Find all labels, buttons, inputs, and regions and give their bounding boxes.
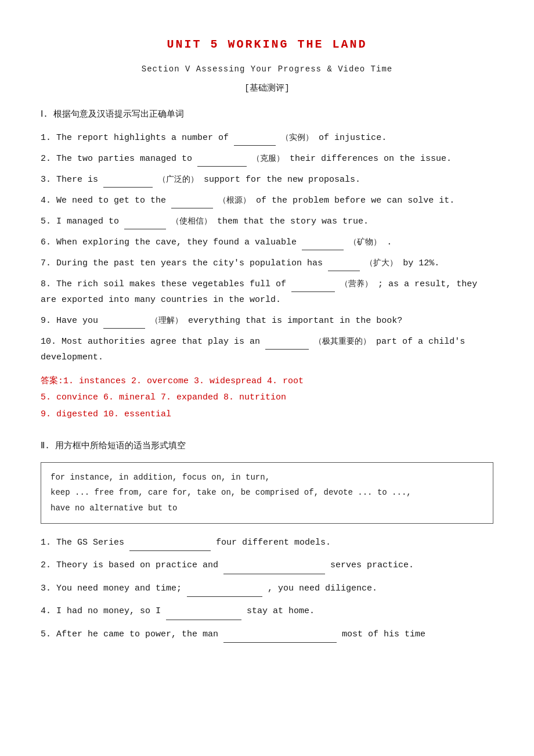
q10-hint: （极其重要的） — [314, 337, 371, 346]
phrase-box: for instance, in addition, focus on, in … — [41, 462, 493, 524]
q6-blank[interactable] — [302, 234, 344, 250]
fq2-after: serves practice. — [330, 560, 414, 570]
q8-after: ; as a result, they — [378, 279, 477, 289]
q10-text: 10. Most authorities agree that play is … — [41, 337, 265, 347]
part-i-title: Ⅰ. 根据句意及汉语提示写出正确单词 — [41, 107, 493, 123]
part-ii-questions: 1. The GS Series four different models. … — [41, 534, 493, 643]
question-8: 8. The rich soil makes these vegetables … — [41, 276, 493, 308]
q10-line2: development. — [41, 350, 493, 365]
answer-line-2: 5. convince 6. mineral 7. expanded 8. nu… — [41, 390, 493, 406]
question-3: 3. There is （广泛的） support for the new pr… — [41, 171, 493, 188]
fq3-blank[interactable] — [187, 580, 262, 597]
fq5-after: most of his time — [342, 629, 425, 639]
fill-question-5: 5. After he came to power, the man most … — [41, 626, 493, 643]
q2-text: 2. The two parties managed to — [41, 154, 197, 164]
q8-line1: 8. The rich soil makes these vegetables … — [41, 276, 493, 292]
q1-hint: （实例） — [281, 133, 313, 142]
q1-num: 1. The report highlights a number of — [41, 133, 234, 143]
q2-after: their differences on the issue. — [290, 154, 452, 164]
fq4-blank[interactable] — [166, 603, 241, 620]
fq2-blank[interactable] — [223, 557, 325, 574]
answer-line-1: 答案:1. instances 2. overcome 3. widesprea… — [41, 373, 493, 390]
fq1-blank[interactable] — [129, 534, 211, 552]
phrase-line-3: have no alternative but to — [50, 501, 484, 516]
fill-question-2: 2. Theory is based on practice and serve… — [41, 557, 493, 574]
question-1: 1. The report highlights a number of （实例… — [41, 129, 493, 146]
q3-hint: （广泛的） — [158, 175, 199, 184]
q1-blank[interactable] — [234, 129, 276, 146]
section-label: [基础测评] — [41, 81, 493, 96]
q2-hint: （克服） — [252, 154, 284, 163]
q10-after: part of a child's — [376, 337, 465, 347]
q7-after: by 12%. — [403, 258, 439, 268]
q6-text: 6. When exploring the cave, they found a… — [41, 237, 302, 247]
fq5-blank[interactable] — [223, 626, 337, 643]
fill-question-4: 4. I had no money, so I stay at home. — [41, 603, 493, 620]
q8-hint: （营养） — [340, 279, 373, 289]
fq4-text: 4. I had no money, so I — [41, 606, 166, 616]
q7-hint: （扩大） — [365, 258, 398, 268]
q4-hint: （根源） — [218, 196, 251, 205]
q5-hint: （使相信） — [171, 217, 212, 226]
q7-blank[interactable] — [328, 255, 360, 271]
phrase-line-1: for instance, in addition, focus on, in … — [50, 470, 484, 485]
fq1-text: 1. The GS Series — [41, 538, 129, 548]
q9-after: everything that is important in the book… — [188, 316, 402, 326]
q9-text: 9. Have you — [41, 316, 103, 326]
q6-after: . — [387, 237, 392, 247]
question-5: 5. I managed to （使相信） them that the stor… — [41, 213, 493, 229]
q1-after: of injustice. — [319, 133, 387, 143]
part-ii-title: Ⅱ. 用方框中所给短语的适当形式填空 — [41, 439, 493, 454]
fill-question-1: 1. The GS Series four different models. — [41, 534, 493, 552]
q5-text: 5. I managed to — [41, 217, 124, 226]
question-6: 6. When exploring the cave, they found a… — [41, 234, 493, 250]
answer-block: 答案:1. instances 2. overcome 3. widesprea… — [41, 373, 493, 423]
fq2-text: 2. Theory is based on practice and — [41, 560, 223, 570]
phrase-line-2: keep ... free from, care for, take on, b… — [50, 485, 484, 501]
q8-blank[interactable] — [291, 276, 335, 292]
q8-line2: are exported into many countries in the … — [41, 292, 493, 308]
q3-blank[interactable] — [103, 171, 153, 188]
q3-text: 3. There is — [41, 175, 103, 185]
question-2: 2. The two parties managed to （克服） their… — [41, 150, 493, 167]
q4-text: 4. We need to get to the — [41, 196, 171, 206]
question-10: 10. Most authorities agree that play is … — [41, 333, 493, 365]
fq1-after: four different models. — [216, 538, 331, 548]
fq3-text: 3. You need money and time; — [41, 584, 187, 593]
q3-after: support for the new proposals. — [204, 175, 360, 185]
q4-after: of the problem before we can solve it. — [256, 196, 454, 206]
q9-blank[interactable] — [103, 312, 145, 329]
question-7: 7. During the past ten years the city's … — [41, 255, 493, 271]
fq3-after: , you need diligence. — [268, 584, 377, 593]
answer-line-3: 9. digested 10. essential — [41, 406, 493, 423]
question-4: 4. We need to get to the （根源） of the pro… — [41, 192, 493, 208]
q7-text: 7. During the past ten years the city's … — [41, 258, 328, 268]
q5-after: them that the story was true. — [217, 217, 369, 226]
q8-text: 8. The rich soil makes these vegetables … — [41, 279, 291, 289]
q9-hint: （理解） — [150, 316, 183, 325]
page-title: UNIT 5 WORKING THE LAND — [41, 35, 493, 55]
q6-hint: （矿物） — [349, 237, 381, 247]
fq5-text: 5. After he came to power, the man — [41, 629, 223, 639]
fq4-after: stay at home. — [247, 606, 315, 616]
q4-blank[interactable] — [171, 192, 213, 208]
q10-blank[interactable] — [265, 333, 309, 350]
question-9: 9. Have you （理解） everything that is impo… — [41, 312, 493, 329]
fill-question-3: 3. You need money and time; , you need d… — [41, 580, 493, 597]
q5-blank[interactable] — [124, 213, 166, 229]
subtitle: Section V Assessing Your Progress & Vide… — [41, 63, 493, 77]
q10-line1: 10. Most authorities agree that play is … — [41, 333, 493, 350]
q2-blank[interactable] — [197, 150, 247, 167]
part-i-questions: 1. The report highlights a number of （实例… — [41, 129, 493, 365]
